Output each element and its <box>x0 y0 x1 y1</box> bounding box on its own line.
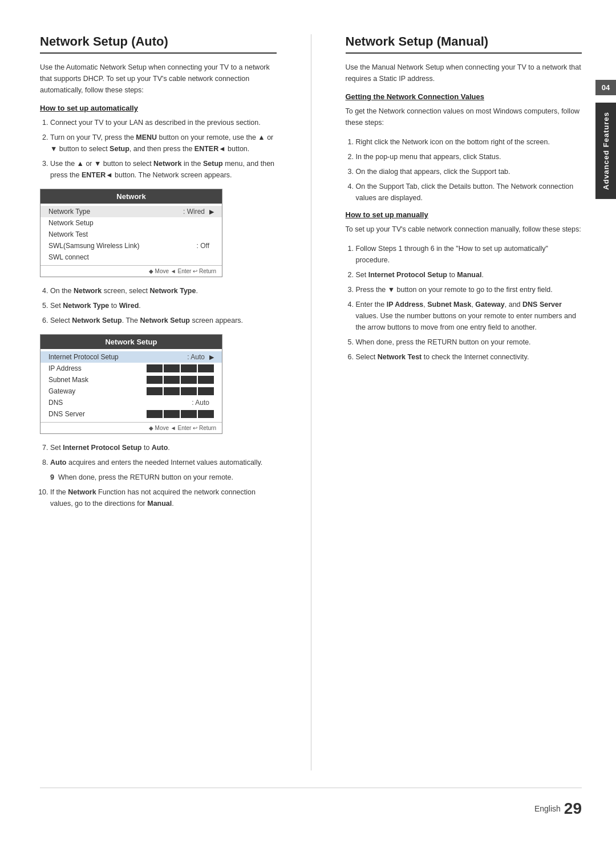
ns-row-ip: IP Address <box>40 363 222 374</box>
right-section-intro: Use the Manual Network Setup when connec… <box>346 62 582 84</box>
auto-steps-list-3: Set Internet Protocol Setup to Auto. Aut… <box>40 442 277 509</box>
manual-step-2: Set Internet Protocol Setup to Manual. <box>356 269 582 281</box>
getting-values-steps: Right click the Network icon on the bott… <box>346 136 582 204</box>
manual-step-5: When done, press the RETURN button on yo… <box>356 336 582 348</box>
manual-step-4: Enter the IP Address, Subnet Mask, Gatew… <box>356 299 582 333</box>
how-to-manually-intro: To set up your TV's cable network connec… <box>346 224 582 235</box>
auto-step-1: Connect your TV to your LAN as described… <box>50 117 277 128</box>
footer-page-number: 29 <box>564 800 582 818</box>
manual-step-6: Select Network Test to check the Interne… <box>356 351 582 363</box>
getting-step-2: In the pop-up menu that appears, click S… <box>356 151 582 163</box>
column-divider <box>311 34 311 770</box>
getting-values-intro: To get the Network connection values on … <box>346 106 582 128</box>
network-menu-row-test: Network Test <box>40 229 222 240</box>
ns-row-dns-server: DNS Server <box>40 408 222 420</box>
network-menu-row-type: Network Type : Wired ▶ <box>40 206 222 217</box>
auto-step-9: 9 When done, press the RETURN button on … <box>40 472 277 483</box>
getting-values-title: Getting the Network Connection Values <box>346 92 582 101</box>
page-footer: English 29 <box>40 788 582 818</box>
network-menu-footer: ◆ Move ◄ Enter ↩ Return <box>40 265 222 277</box>
auto-step-8: Auto acquires and enters the needed Inte… <box>50 457 277 468</box>
auto-step-6: Select Network Setup. The Network Setup … <box>50 315 277 326</box>
sidebar-tab: Advanced Features <box>595 103 616 199</box>
manual-steps-list: Follow Steps 1 through 6 in the "How to … <box>346 243 582 363</box>
right-section-title: Network Setup (Manual) <box>346 34 582 54</box>
network-menu-box: Network Network Type : Wired ▶ Network S… <box>40 189 222 277</box>
getting-step-1: Right click the Network icon on the bott… <box>356 136 582 148</box>
network-setup-box: Network Setup Internet Protocol Setup : … <box>40 334 222 434</box>
ns-body: Internet Protocol Setup : Auto ▶ IP Addr… <box>40 349 222 422</box>
auto-step-7: Set Internet Protocol Setup to Auto. <box>50 442 277 453</box>
ns-row-protocol: Internet Protocol Setup : Auto ▶ <box>40 351 222 363</box>
right-column: Network Setup (Manual) Use the Manual Ne… <box>346 34 582 770</box>
auto-step-2: Turn on your TV, press the MENU button o… <box>50 132 277 155</box>
left-column: Network Setup (Auto) Use the Automatic N… <box>40 34 277 770</box>
footer-english-label: English <box>534 804 561 813</box>
ns-row-dns: DNS : Auto <box>40 397 222 408</box>
ns-row-gateway: Gateway <box>40 386 222 397</box>
ns-title: Network Setup <box>40 335 222 349</box>
getting-step-3: On the dialog that appears, click the Su… <box>356 166 582 177</box>
ns-row-subnet: Subnet Mask <box>40 374 222 386</box>
auto-step-4: On the Network screen, select Network Ty… <box>50 285 277 297</box>
page-container: Network Setup (Auto) Use the Automatic N… <box>0 0 616 852</box>
left-section-intro: Use the Automatic Network Setup when con… <box>40 62 277 96</box>
network-menu-row-swl: SWL(Samsung Wireless Link) : Off <box>40 240 222 251</box>
network-menu-body: Network Type : Wired ▶ Network Setup Net… <box>40 204 222 265</box>
network-menu-row-swlconnect: SWL connect <box>40 251 222 263</box>
how-to-manually-title: How to set up manually <box>346 210 582 219</box>
manual-step-1: Follow Steps 1 through 6 in the "How to … <box>356 243 582 266</box>
auto-step-3: Use the ▲ or ▼ button to select Network … <box>50 158 277 181</box>
left-section-title: Network Setup (Auto) <box>40 34 277 54</box>
network-menu-title: Network <box>40 189 222 204</box>
auto-subsection-title: How to set up automatically <box>40 104 277 112</box>
auto-step-5: Set Network Type to Wired. <box>50 300 277 311</box>
auto-steps-list-2: On the Network screen, select Network Ty… <box>40 285 277 326</box>
auto-step-10: If the Network Function has not acquired… <box>50 486 277 509</box>
ns-footer: ◆ Move ◄ Enter ↩ Return <box>40 422 222 433</box>
content-area: Network Setup (Auto) Use the Automatic N… <box>40 34 582 770</box>
auto-steps-list: Connect your TV to your LAN as described… <box>40 117 277 181</box>
sidebar-number: 04 <box>595 80 616 95</box>
getting-step-4: On the Support Tab, click the Details bu… <box>356 181 582 204</box>
manual-step-3: Press the ▼ button on your remote to go … <box>356 284 582 295</box>
network-menu-row-setup: Network Setup <box>40 217 222 229</box>
